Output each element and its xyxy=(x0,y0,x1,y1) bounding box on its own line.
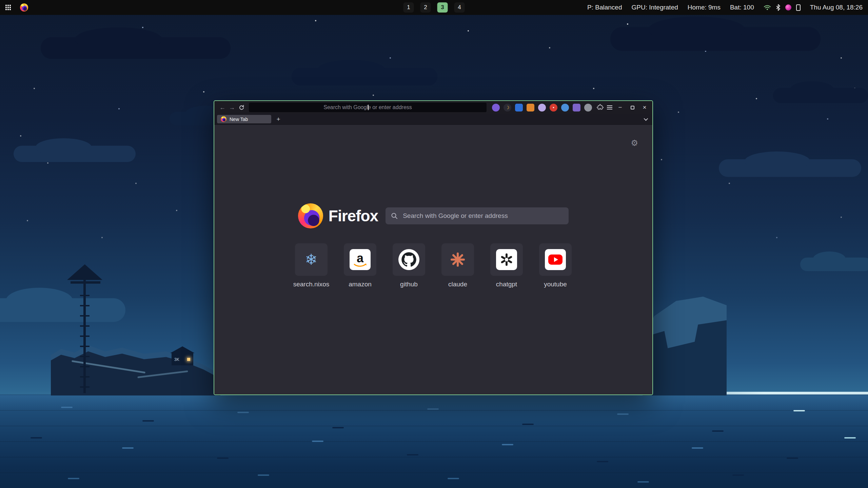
battery-status: Bat: 100 xyxy=(730,4,754,11)
shortcut-card[interactable]: a xyxy=(344,243,376,276)
watchtower-rungs xyxy=(80,295,90,390)
shortcut-card[interactable] xyxy=(490,243,523,276)
shortcut-card[interactable] xyxy=(393,243,425,276)
app-grid-icon[interactable] xyxy=(5,5,11,11)
ocean-waves xyxy=(0,400,12,401)
ext-blue-shield-icon[interactable] xyxy=(515,104,523,111)
ext-amber-crescent-icon[interactable]: ☽ xyxy=(504,104,511,111)
clock: Thu Aug 08, 18:26 xyxy=(810,4,863,11)
tab-favicon-firefox xyxy=(221,116,226,122)
amazon-icon: a xyxy=(350,249,371,270)
statusbar-right: P: Balanced GPU: Integrated Home: 9ms Ba… xyxy=(587,0,863,15)
browser-toolbar: ← → ☽• − × xyxy=(214,101,652,114)
forward-icon[interactable]: → xyxy=(227,103,237,112)
firefox-wordmark: Firefox xyxy=(329,207,378,225)
text-caret xyxy=(368,105,369,110)
color-profile-icon[interactable] xyxy=(785,4,791,11)
newtab-settings-gear-icon[interactable]: ⚙ xyxy=(631,139,638,147)
youtube-icon xyxy=(545,249,566,270)
hut-sign: 3K xyxy=(174,357,179,362)
island-rock xyxy=(51,339,220,395)
shortcut-label: search.nixos xyxy=(293,281,330,288)
close-button[interactable]: × xyxy=(640,103,649,112)
firefox-brand: Firefox xyxy=(298,203,378,228)
workspace-2[interactable]: 2 xyxy=(420,2,431,13)
firefox-window: ← → ☽• − × New Tab xyxy=(214,100,653,395)
ext-orange-box-icon[interactable] xyxy=(527,104,534,111)
workspace-1[interactable]: 1 xyxy=(403,2,414,13)
ext-gray-goggles-icon[interactable] xyxy=(584,104,592,111)
newtab-search-box[interactable] xyxy=(386,207,569,224)
chatgpt-icon xyxy=(496,249,517,270)
status-bar: 1 2 3 4 P: Balanced GPU: Integrated Home… xyxy=(0,0,868,15)
shortcut-label: github xyxy=(400,281,418,288)
extensions-puzzle-icon[interactable] xyxy=(595,103,605,112)
firefox-logo xyxy=(298,203,323,228)
maximize-button[interactable] xyxy=(628,103,637,112)
ext-purple-circle-icon[interactable] xyxy=(492,104,500,111)
shortcut-label: chatgpt xyxy=(496,281,517,288)
cloud xyxy=(292,68,437,85)
shortcut-card[interactable] xyxy=(539,243,572,276)
window-controls: − × xyxy=(616,103,649,112)
shortcut-label: amazon xyxy=(349,281,372,288)
extension-icons: ☽• xyxy=(492,104,592,111)
ext-blue-round-icon[interactable] xyxy=(561,104,569,111)
cloud xyxy=(719,159,861,177)
shortcut-amazon[interactable]: a amazon xyxy=(344,243,376,288)
wifi-icon[interactable] xyxy=(764,4,771,11)
new-tab-button[interactable]: + xyxy=(274,115,283,123)
cloud xyxy=(41,37,231,59)
workspace-switcher: 1 2 3 4 xyxy=(403,0,465,15)
shortcut-tiles: ❄ search.nixos a amazon xyxy=(214,243,652,288)
shortcut-search-nixos[interactable]: ❄ search.nixos xyxy=(295,243,328,288)
shortcut-card[interactable]: ❄ xyxy=(295,243,328,276)
nixos-snowflake-icon: ❄ xyxy=(305,252,318,267)
shortcut-github[interactable]: github xyxy=(393,243,425,288)
url-bar[interactable] xyxy=(249,103,487,112)
cloud xyxy=(610,27,821,51)
ping-status: Home: 9ms xyxy=(688,4,721,11)
tab-new-tab[interactable]: New Tab xyxy=(217,115,271,123)
newtab-page: ⚙ Firefox ❄ search.nixos xyxy=(214,125,652,394)
ext-red-dot-icon[interactable]: • xyxy=(550,104,557,111)
tab-title: New Tab xyxy=(230,117,248,122)
search-icon xyxy=(391,212,398,219)
phone-icon[interactable] xyxy=(796,4,801,11)
shortcut-youtube[interactable]: youtube xyxy=(539,243,572,288)
minimize-button[interactable]: − xyxy=(616,103,625,112)
power-profile-status: P: Balanced xyxy=(587,4,622,11)
reload-icon[interactable] xyxy=(237,103,246,112)
shortcut-card[interactable] xyxy=(441,243,474,276)
cliff-silhouette xyxy=(643,288,727,395)
newtab-hero: Firefox xyxy=(214,203,652,228)
cloud xyxy=(14,146,136,162)
firefox-launcher-icon[interactable] xyxy=(20,3,28,12)
hut-window-light xyxy=(187,358,190,361)
tray-icons xyxy=(764,4,801,11)
workspace-3-active[interactable]: 3 xyxy=(437,2,448,13)
shortcut-label: youtube xyxy=(544,281,567,288)
menu-hamburger-icon[interactable] xyxy=(605,103,614,112)
claude-starburst-icon xyxy=(450,252,466,267)
ext-lavender-circle-icon[interactable] xyxy=(538,104,546,111)
shortcut-claude[interactable]: claude xyxy=(441,243,474,288)
island-silhouette: 3K xyxy=(51,264,220,395)
newtab-search-input[interactable] xyxy=(402,212,563,220)
gpu-status: GPU: Integrated xyxy=(631,4,678,11)
tab-bar: New Tab + xyxy=(214,114,652,125)
cloud xyxy=(800,258,868,271)
list-all-tabs-chevron-icon[interactable] xyxy=(641,115,650,123)
statusbar-left xyxy=(5,0,28,15)
github-icon xyxy=(398,249,419,270)
shortcut-label: claude xyxy=(448,281,467,288)
ext-violet-shield-icon[interactable] xyxy=(573,104,580,111)
workspace-4[interactable]: 4 xyxy=(454,2,465,13)
back-icon[interactable]: ← xyxy=(218,103,227,112)
shortcut-chatgpt[interactable]: chatgpt xyxy=(490,243,523,288)
ocean xyxy=(0,394,868,488)
bluetooth-icon[interactable] xyxy=(776,4,781,11)
cloud xyxy=(773,88,868,103)
